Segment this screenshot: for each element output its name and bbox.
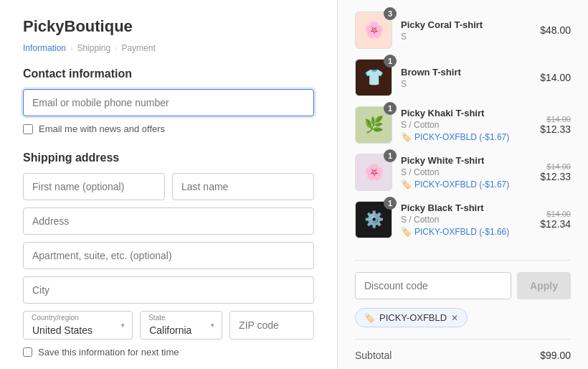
shipping-title: Shipping address	[23, 151, 314, 164]
discount-tag-text: PICKY-OXFBLD (-$1.67)	[414, 132, 509, 142]
product-variant: S	[401, 32, 531, 42]
product-badge: 3	[384, 7, 397, 20]
discount-input[interactable]	[355, 272, 511, 299]
email-input[interactable]	[23, 89, 314, 116]
product-name: Picky Coral T-shirt	[401, 19, 531, 30]
product-variant: S / Cotton	[401, 120, 531, 130]
product-discount-tag: 🏷️PICKY-OXFBLD (-$1.67)	[401, 132, 531, 142]
zip-input[interactable]	[229, 311, 314, 340]
product-badge: 1	[384, 149, 397, 162]
subtotal-label: Subtotal	[355, 350, 392, 361]
product-discount-tag: 🏷️PICKY-OXFBLD (-$1.67)	[401, 179, 531, 190]
name-row	[23, 173, 314, 200]
apartment-input[interactable]	[23, 242, 314, 269]
product-info: Picky White T-shirtS / Cotton🏷️PICKY-OXF…	[401, 155, 531, 190]
product-variant: S	[401, 79, 531, 89]
newsletter-row: Email me with news and offers	[23, 123, 314, 134]
discount-tag-text: PICKY-OXFBLD (-$1.67)	[414, 179, 509, 190]
first-name-input[interactable]	[23, 173, 165, 200]
product-badge: 1	[384, 102, 397, 115]
save-info-row: Save this information for next time	[23, 347, 314, 358]
product-price: $14.00	[540, 72, 571, 83]
product-item: 🌿1Picky Khaki T-shirtS / Cotton🏷️PICKY-O…	[355, 106, 571, 144]
product-variant: S / Cotton	[401, 215, 531, 225]
product-item: 🌸1Picky White T-shirtS / Cotton🏷️PICKY-O…	[355, 154, 571, 191]
newsletter-label: Email me with news and offers	[39, 123, 165, 134]
newsletter-checkbox[interactable]	[23, 124, 33, 134]
breadcrumb-information[interactable]: Information	[23, 43, 66, 53]
price-current: $12.33	[540, 171, 571, 182]
product-item: 🌸3Picky Coral T-shirtS$48.00	[355, 11, 571, 49]
breadcrumb-sep-1: ›	[70, 45, 72, 52]
breadcrumb-shipping[interactable]: Shipping	[77, 43, 110, 53]
product-list: 🌸3Picky Coral T-shirtS$48.00👕1Brown T-sh…	[355, 11, 571, 261]
product-img-wrap: 🌿1	[355, 106, 392, 144]
save-info-label: Save this information for next time	[38, 347, 179, 358]
address-input[interactable]	[23, 207, 314, 235]
state-select[interactable]: California	[140, 311, 222, 340]
product-price: $48.00	[540, 24, 571, 36]
country-state-zip-row: Country/region United States State Calif…	[23, 311, 314, 340]
price-single: $48.00	[540, 24, 571, 36]
last-name-input[interactable]	[172, 173, 314, 200]
subtotal-value: $99.00	[540, 350, 571, 361]
right-panel: 🌸3Picky Coral T-shirtS$48.00👕1Brown T-sh…	[337, 0, 588, 369]
store-name: PickyBoutique	[23, 17, 314, 36]
product-info: Picky Coral T-shirtS	[401, 19, 531, 42]
price-single: $14.00	[540, 72, 571, 83]
product-name: Brown T-shirt	[401, 67, 531, 78]
discount-tag-icon: 🏷️	[401, 179, 412, 190]
contact-title: Contact information	[23, 67, 314, 80]
product-variant: S / Cotton	[401, 167, 531, 177]
left-panel: PickyBoutique Information › Shipping › P…	[0, 0, 337, 369]
apply-button[interactable]: Apply	[517, 272, 571, 299]
country-select[interactable]: United States	[23, 311, 133, 340]
product-img-wrap: 🌸3	[355, 11, 392, 49]
apartment-row	[23, 242, 314, 269]
product-info: Picky Black T-shirtS / Cotton🏷️PICKY-OXF…	[401, 202, 531, 237]
shipping-section: Shipping address Country/region United S…	[23, 151, 314, 369]
price-original: $14.00	[540, 115, 571, 123]
product-name: Picky White T-shirt	[401, 155, 531, 166]
product-item: 👕1Brown T-shirtS$14.00	[355, 59, 571, 96]
product-item: ⚙️1Picky Black T-shirtS / Cotton🏷️PICKY-…	[355, 201, 571, 238]
coupon-code: PICKY-OXFBLD	[379, 312, 447, 323]
breadcrumb-sep-2: ›	[115, 45, 117, 52]
breadcrumb: Information › Shipping › Payment	[23, 43, 314, 53]
country-select-wrapper: Country/region United States	[23, 311, 133, 340]
product-price: $14.00$12.33	[540, 162, 571, 182]
discount-row: Apply	[355, 272, 571, 299]
product-img-wrap: 👕1	[355, 59, 392, 96]
discount-tag-icon: 🏷️	[401, 227, 412, 237]
price-original: $14.00	[540, 210, 571, 218]
breadcrumb-payment[interactable]: Payment	[121, 43, 155, 53]
price-current: $12.34	[540, 218, 571, 230]
product-img-wrap: ⚙️1	[355, 201, 392, 238]
discount-tag-text: PICKY-OXFBLD (-$1.66)	[414, 227, 509, 237]
coupon-tag: 🏷️ PICKY-OXFBLD ✕	[355, 308, 468, 327]
product-info: Picky Khaki T-shirtS / Cotton🏷️PICKY-OXF…	[401, 108, 531, 142]
price-original: $14.00	[540, 162, 571, 171]
product-name: Picky Black T-shirt	[401, 202, 531, 213]
subtotal-row: Subtotal $99.00	[355, 350, 571, 361]
product-img-wrap: 🌸1	[355, 154, 392, 191]
contact-section: Contact information Email me with news a…	[23, 67, 314, 134]
coupon-icon: 🏷️	[364, 313, 375, 323]
state-select-wrapper: State California	[140, 311, 222, 340]
product-badge: 1	[384, 197, 397, 210]
remove-coupon-icon[interactable]: ✕	[451, 313, 458, 323]
save-info-checkbox[interactable]	[23, 347, 32, 357]
product-price: $14.00$12.34	[540, 210, 571, 230]
product-price: $14.00$12.33	[540, 115, 571, 135]
product-info: Brown T-shirtS	[401, 67, 531, 89]
product-name: Picky Khaki T-shirt	[401, 108, 531, 118]
city-row	[23, 276, 314, 304]
city-input[interactable]	[23, 276, 314, 304]
totals-section: Subtotal $99.00 Shipping Calculated at n…	[355, 339, 571, 369]
product-discount-tag: 🏷️PICKY-OXFBLD (-$1.66)	[401, 227, 531, 237]
address-row	[23, 207, 314, 235]
discount-tag-icon: 🏷️	[401, 132, 412, 142]
price-current: $12.33	[540, 123, 571, 135]
product-badge: 1	[384, 55, 397, 67]
